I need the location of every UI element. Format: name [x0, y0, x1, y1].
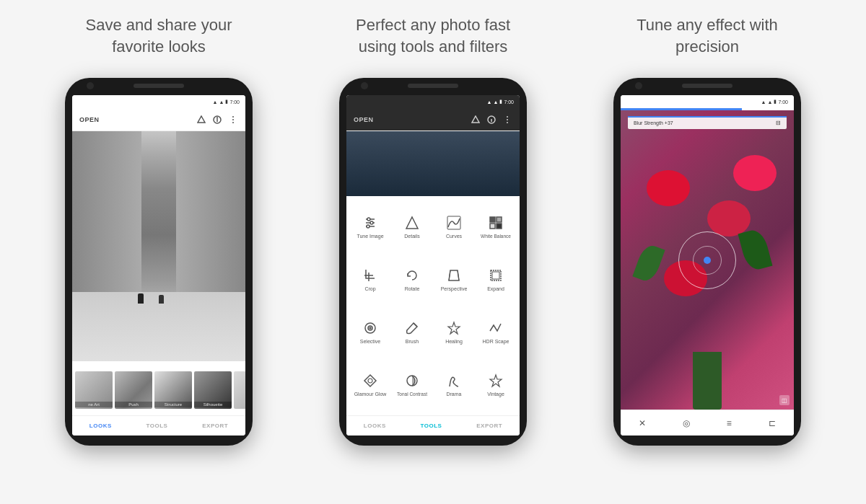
- time-2: 7:00: [504, 100, 514, 105]
- look-add[interactable]: +: [234, 371, 245, 409]
- tool-label-vintage: Vintage: [487, 392, 504, 397]
- tool-healing[interactable]: Healing: [434, 307, 473, 357]
- tool-glamour[interactable]: Glamour Glow: [351, 360, 390, 410]
- tool-wb[interactable]: White Balance: [476, 202, 515, 252]
- leaf-1: [632, 242, 665, 283]
- tool-label-wb: White Balance: [481, 234, 511, 239]
- tool-vintage[interactable]: Vintage: [476, 360, 515, 410]
- details-icon: [403, 214, 421, 231]
- svg-point-31: [369, 327, 371, 329]
- battery-icon-1: ▮: [225, 99, 228, 105]
- phone-screen-precision: ▲ ▲ ▮ 7:00 Blur Strength +37 ⊟: [621, 95, 794, 436]
- brush-icon: [403, 319, 421, 337]
- main-layout: Save and share yourfavorite looks ▲ ▲ ▮ …: [0, 0, 866, 504]
- phone-frame-looks: ▲ ▲ ▮ 7:00 OPEN: [65, 78, 253, 446]
- nav-tools-1[interactable]: TOOLS: [146, 423, 168, 429]
- nav-looks-1[interactable]: LOOKS: [89, 423, 112, 429]
- corner-symbol: ◫: [782, 397, 787, 404]
- tool-expand[interactable]: Expand: [476, 255, 515, 304]
- more-icon-2[interactable]: [502, 115, 512, 125]
- tool-tune-image[interactable]: Tune Image: [351, 202, 390, 252]
- svg-point-5: [232, 119, 234, 120]
- flower-3: [733, 155, 777, 191]
- filter-icon-1[interactable]: [196, 115, 206, 125]
- sliders-ctrl[interactable]: ≡: [727, 418, 732, 428]
- open-button-2[interactable]: OPEN: [354, 116, 374, 123]
- wifi-icon-2: ▲: [493, 100, 498, 105]
- signal-icon-1: ▲: [213, 100, 218, 105]
- expand-icon: [487, 267, 504, 284]
- photo-top-dark: [346, 131, 520, 196]
- look-thumb-3[interactable]: Structure: [154, 371, 192, 409]
- svg-point-18: [367, 225, 369, 228]
- signal-icon-2: ▲: [487, 100, 492, 105]
- circle-selector-outer[interactable]: [678, 231, 736, 289]
- flowers-photo: Blur Strength +37 ⊟: [621, 110, 794, 410]
- svg-point-33: [368, 379, 372, 383]
- look-thumb-1[interactable]: ne Art: [75, 371, 113, 409]
- tool-crop[interactable]: Crop: [351, 255, 390, 304]
- toolbar-icons-1: [196, 115, 238, 125]
- look-label-3: Structure: [154, 402, 192, 407]
- split-icon: ⊟: [776, 120, 781, 126]
- tool-hdr[interactable]: HDR Scape: [476, 307, 515, 357]
- nav-tools-2[interactable]: TOOLS: [421, 423, 442, 429]
- perspective-icon: [445, 267, 463, 284]
- tool-label-healing: Healing: [445, 339, 463, 345]
- svg-rect-23: [490, 224, 495, 229]
- tool-label-curves: Curves: [446, 234, 462, 239]
- glamour-icon: [362, 372, 379, 389]
- signal-icon-3: ▲: [761, 100, 766, 105]
- phone-frame-tools: ▲ ▲ ▮ 7:00 OPEN: [339, 78, 527, 446]
- svg-point-11: [507, 119, 508, 120]
- leaf-2: [738, 227, 772, 272]
- tonal-icon: [403, 372, 421, 389]
- time-3: 7:00: [778, 100, 788, 105]
- tools-grid: Tune Image Details Curves: [346, 196, 520, 415]
- tool-drama[interactable]: Drama: [434, 360, 473, 410]
- blur-progress: [628, 116, 787, 118]
- tool-brush[interactable]: Brush: [393, 307, 432, 357]
- cancel-ctrl[interactable]: ✕: [639, 418, 646, 428]
- status-bar-2: ▲ ▲ ▮ 7:00: [346, 95, 520, 108]
- tool-details[interactable]: Details: [393, 202, 432, 252]
- open-button-1[interactable]: OPEN: [79, 116, 100, 123]
- info-icon-1[interactable]: [212, 115, 222, 125]
- looks-strip: ne Art Push Structure Silhouette +: [72, 361, 245, 415]
- tool-label-tune: Tune Image: [357, 234, 383, 239]
- nav-export-2[interactable]: EXPORT: [476, 423, 502, 429]
- svg-line-32: [414, 323, 417, 327]
- nav-export-1[interactable]: EXPORT: [202, 423, 228, 429]
- app-toolbar-1: OPEN: [72, 108, 245, 131]
- tool-label-brush: Brush: [406, 339, 419, 345]
- phone-frame-precision: ▲ ▲ ▮ 7:00 Blur Strength +37 ⊟: [613, 78, 801, 446]
- svg-point-10: [507, 116, 508, 118]
- info-icon-2[interactable]: [486, 115, 497, 125]
- circle-ctrl[interactable]: ◎: [683, 418, 690, 428]
- toolbar-icons-2: [471, 115, 512, 125]
- circle-dot: [704, 257, 711, 264]
- look-thumb-2[interactable]: Push: [115, 371, 152, 409]
- tool-tonal[interactable]: Tonal Contrast: [393, 360, 432, 410]
- app-toolbar-2: OPEN: [346, 108, 520, 131]
- crop-icon: [362, 267, 379, 284]
- tool-perspective[interactable]: Perspective: [434, 255, 473, 304]
- tool-selective[interactable]: Selective: [351, 307, 390, 357]
- bottom-nav-1: LOOKS TOOLS EXPORT: [72, 415, 245, 436]
- more-icon-1[interactable]: [228, 115, 238, 125]
- tool-rotate[interactable]: Rotate: [393, 255, 432, 304]
- tool-label-details: Details: [404, 234, 419, 239]
- precision-controls: ✕ ◎ ≡ ⊏: [621, 410, 794, 436]
- look-thumb-4[interactable]: Silhouette: [194, 371, 232, 409]
- bottom-nav-2: LOOKS TOOLS EXPORT: [346, 415, 520, 436]
- status-icons-2: ▲ ▲ ▮ 7:00: [487, 99, 515, 105]
- filter-icon-2[interactable]: [471, 115, 481, 125]
- vintage-icon: [487, 372, 504, 389]
- tool-curves[interactable]: Curves: [434, 202, 473, 252]
- battery-icon-2: ▮: [499, 99, 502, 105]
- tool-label-hdr: HDR Scape: [483, 339, 509, 345]
- corner-icon[interactable]: ◫: [779, 395, 790, 405]
- nav-looks-2[interactable]: LOOKS: [364, 423, 386, 429]
- expand-ctrl[interactable]: ⊏: [769, 418, 776, 428]
- figure-1: [138, 293, 144, 304]
